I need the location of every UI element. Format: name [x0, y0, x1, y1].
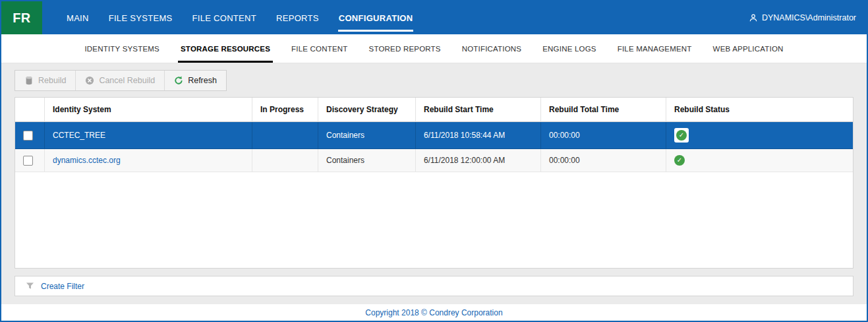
column-header-identity-system[interactable]: Identity System: [45, 98, 252, 122]
nav-item-file-systems[interactable]: FILE SYSTEMS: [99, 1, 183, 34]
row-checkbox[interactable]: [23, 131, 33, 141]
tab-engine-logs[interactable]: ENGINE LOGS: [533, 34, 605, 63]
footer: Copyright 2018 © Condrey Corporation: [1, 304, 867, 321]
column-header-rebuild-total-time[interactable]: Rebuild Total Time: [541, 98, 666, 122]
status-icon-plate: ✓: [674, 128, 689, 143]
rebuild-icon: [24, 76, 34, 85]
tab-storage-resources[interactable]: STORAGE RESOURCES: [171, 34, 279, 63]
tab-identity-systems[interactable]: IDENTITY SYSTEMS: [75, 34, 169, 63]
table-empty-area: [15, 172, 853, 268]
column-header-checkbox: [15, 98, 45, 122]
filter-funnel-icon: [26, 282, 35, 291]
nav-item-file-content[interactable]: FILE CONTENT: [183, 1, 267, 34]
identity-system-link[interactable]: dynamics.cctec.org: [53, 156, 121, 165]
identity-systems-table: Identity System In Progress Discovery St…: [14, 97, 854, 269]
cancel-rebuild-button[interactable]: Cancel Rebuild: [76, 71, 165, 90]
identity-system-link[interactable]: CCTEC_TREE: [53, 131, 105, 140]
user-menu[interactable]: DYNAMICS\Administrator: [749, 1, 867, 34]
content-area: Rebuild Cancel Rebuild R: [1, 63, 867, 304]
tab-web-application[interactable]: WEB APPLICATION: [704, 34, 793, 63]
cell-rebuild-status: ✓: [666, 122, 853, 149]
nav-item-configuration[interactable]: CONFIGURATION: [329, 1, 423, 34]
cell-rebuild-total-time: 00:00:00: [541, 122, 666, 149]
cell-in-progress: [252, 122, 318, 149]
toolbar: Rebuild Cancel Rebuild R: [14, 70, 227, 91]
cell-discovery-strategy: Containers: [318, 122, 416, 149]
tab-file-management[interactable]: FILE MANAGEMENT: [608, 34, 701, 63]
top-header-bar: FR MAIN FILE SYSTEMS FILE CONTENT REPORT…: [1, 1, 867, 34]
cell-identity-system: CCTEC_TREE: [45, 122, 252, 149]
app-window: FR MAIN FILE SYSTEMS FILE CONTENT REPORT…: [0, 0, 868, 322]
table-row[interactable]: CCTEC_TREE Containers 6/11/2018 10:58:44…: [15, 122, 853, 149]
table-row[interactable]: dynamics.cctec.org Containers 6/11/2018 …: [15, 149, 853, 172]
column-header-rebuild-start-time[interactable]: Rebuild Start Time: [416, 98, 541, 122]
cell-rebuild-start-time: 6/11/2018 12:00:00 AM: [416, 149, 541, 172]
create-filter-link[interactable]: Create Filter: [41, 282, 84, 291]
column-header-rebuild-status[interactable]: Rebuild Status: [666, 98, 853, 122]
refresh-icon: [174, 76, 183, 85]
rebuild-success-icon: ✓: [674, 155, 685, 166]
app-logo: FR: [1, 1, 42, 34]
table-header-row: Identity System In Progress Discovery St…: [15, 98, 853, 122]
cell-rebuild-status: ✓: [666, 149, 853, 172]
column-header-in-progress[interactable]: In Progress: [252, 98, 318, 122]
user-icon: [749, 13, 758, 22]
configuration-subnav: IDENTITY SYSTEMS STORAGE RESOURCES FILE …: [1, 34, 867, 63]
row-checkbox-cell: [15, 149, 45, 172]
nav-item-reports[interactable]: REPORTS: [266, 1, 329, 34]
nav-item-main[interactable]: MAIN: [57, 1, 99, 34]
cancel-rebuild-button-label: Cancel Rebuild: [99, 76, 155, 85]
copyright-text: Copyright 2018 © Condrey Corporation: [365, 308, 502, 317]
cancel-icon: [85, 76, 94, 85]
tab-notifications[interactable]: NOTIFICATIONS: [453, 34, 531, 63]
cell-rebuild-total-time: 00:00:00: [541, 149, 666, 172]
filter-bar: Create Filter: [14, 276, 854, 296]
cell-rebuild-start-time: 6/11/2018 10:58:44 AM: [416, 122, 541, 149]
cell-in-progress: [252, 149, 318, 172]
rebuild-success-icon: ✓: [676, 130, 687, 141]
tab-file-content[interactable]: FILE CONTENT: [282, 34, 357, 63]
cell-discovery-strategy: Containers: [318, 149, 416, 172]
rebuild-button-label: Rebuild: [38, 76, 66, 85]
cell-identity-system: dynamics.cctec.org: [45, 149, 252, 172]
column-header-discovery-strategy[interactable]: Discovery Strategy: [318, 98, 416, 122]
row-checkbox-cell: [15, 122, 45, 149]
user-name: DYNAMICS\Administrator: [762, 13, 856, 22]
tab-stored-reports[interactable]: STORED REPORTS: [360, 34, 450, 63]
row-checkbox[interactable]: [23, 156, 33, 166]
main-navigation: MAIN FILE SYSTEMS FILE CONTENT REPORTS C…: [57, 1, 422, 34]
refresh-button[interactable]: Refresh: [165, 71, 226, 90]
refresh-button-label: Refresh: [188, 76, 217, 85]
rebuild-button[interactable]: Rebuild: [15, 71, 76, 90]
